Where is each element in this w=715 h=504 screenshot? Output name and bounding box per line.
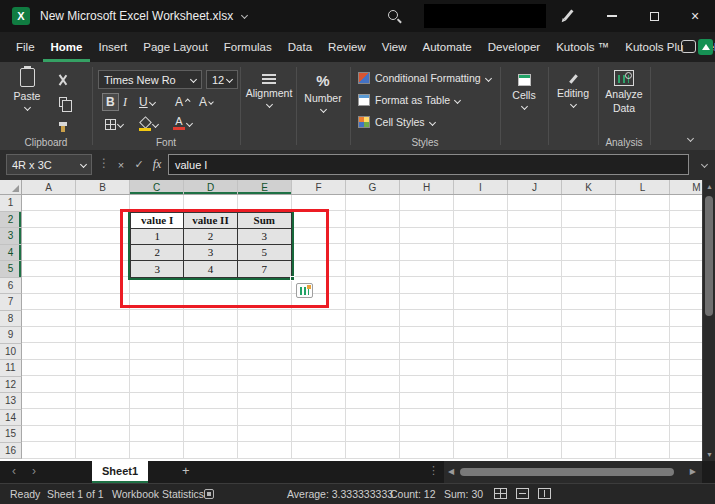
font-size-combobox[interactable]: 12 [206, 70, 238, 89]
macro-record-icon[interactable] [204, 489, 214, 499]
conditional-formatting-button[interactable]: Conditional Formatting [358, 72, 491, 84]
row-header-5[interactable]: 5 [0, 261, 22, 278]
name-box[interactable]: 4R x 3C [6, 154, 92, 175]
cell-C3[interactable]: 1 [131, 229, 184, 245]
row-header-9[interactable]: 9 [0, 327, 22, 344]
column-header-D[interactable]: D [184, 180, 238, 194]
cell-E5[interactable]: 7 [238, 261, 291, 277]
pen-icon[interactable] [563, 9, 573, 20]
next-sheet-button[interactable]: › [32, 464, 36, 478]
editing-button[interactable]: Editing [550, 74, 596, 107]
scroll-down-icon[interactable]: ▼ [706, 451, 713, 458]
row-header-16[interactable]: 16 [0, 443, 22, 460]
workbook-statistics-button[interactable]: Workbook Statistics [112, 488, 204, 500]
formula-bar-expand-chevron[interactable] [701, 161, 708, 168]
format-painter-button[interactable] [52, 114, 74, 133]
column-header-K[interactable]: K [562, 180, 616, 194]
row-header-7[interactable]: 7 [0, 294, 22, 311]
decrease-font-button[interactable]: A [196, 93, 216, 111]
row-header-1[interactable]: 1 [0, 195, 22, 212]
paste-button[interactable]: Paste [8, 68, 46, 110]
cell-E4[interactable]: 5 [238, 245, 291, 261]
vertical-scrollbar[interactable]: ▲ ▼ [702, 180, 715, 461]
column-header-B[interactable]: B [76, 180, 130, 194]
row-header-10[interactable]: 10 [0, 344, 22, 361]
share-button[interactable] [698, 39, 713, 55]
column-header-A[interactable]: A [22, 180, 76, 194]
font-name-combobox[interactable]: Times New Ro [98, 70, 202, 89]
maximize-button[interactable] [634, 0, 674, 32]
spreadsheet-grid[interactable]: value Ivalue IISum123235347 [22, 195, 702, 459]
row-header-15[interactable]: 15 [0, 426, 22, 443]
fill-color-button[interactable] [136, 115, 161, 133]
row-header-3[interactable]: 3 [0, 228, 22, 245]
tab-data[interactable]: Data [280, 32, 320, 62]
tab-home[interactable]: Home [43, 32, 91, 62]
tab-view[interactable]: View [374, 32, 415, 62]
scroll-left-icon[interactable]: ◀ [448, 467, 454, 476]
cell-C5[interactable]: 3 [131, 261, 184, 277]
comments-icon[interactable] [681, 40, 696, 53]
tab-review[interactable]: Review [320, 32, 374, 62]
cancel-button[interactable]: × [112, 154, 130, 175]
cell-C2[interactable]: value I [131, 213, 184, 229]
scroll-up-icon[interactable]: ▲ [706, 183, 713, 190]
horizontal-scrollbar-thumb[interactable] [460, 468, 674, 476]
borders-button[interactable] [102, 115, 126, 133]
close-button[interactable]: × [675, 0, 715, 32]
number-button[interactable]: % Number [299, 72, 347, 112]
bold-button[interactable]: B [102, 93, 119, 111]
tab-page-layout[interactable]: Page Layout [135, 32, 216, 62]
analyze-data-button[interactable]: Analyze Data [600, 70, 648, 114]
sheet-tab-sheet1[interactable]: Sheet1 [92, 461, 148, 483]
tab-developer[interactable]: Developer [480, 32, 548, 62]
row-header-4[interactable]: 4 [0, 245, 22, 262]
page-layout-view-icon[interactable] [516, 488, 529, 499]
cell-D3[interactable]: 2 [184, 229, 237, 245]
alignment-button[interactable]: Alignment [244, 74, 294, 107]
italic-button[interactable]: I [120, 93, 130, 111]
cell-D4[interactable]: 3 [184, 245, 237, 261]
title-chevron-icon[interactable] [241, 12, 248, 19]
cell-C4[interactable]: 2 [131, 245, 184, 261]
tab-insert[interactable]: Insert [90, 32, 135, 62]
tab-bar-dots[interactable]: ⋮ [428, 464, 439, 477]
select-all-corner[interactable] [0, 180, 22, 195]
search-icon[interactable] [388, 10, 398, 20]
tab-file[interactable]: File [8, 32, 43, 62]
tab-automate[interactable]: Automate [415, 32, 480, 62]
cell-E3[interactable]: 3 [238, 229, 291, 245]
enter-button[interactable]: ✓ [130, 154, 148, 175]
fill-handle[interactable] [290, 276, 295, 281]
cell-E2[interactable]: Sum [238, 213, 291, 229]
increase-font-button[interactable]: A [172, 93, 192, 111]
format-as-table-button[interactable]: Format as Table [358, 94, 460, 106]
scroll-right-icon[interactable]: ▶ [690, 467, 696, 476]
copy-button[interactable] [52, 92, 74, 111]
row-header-8[interactable]: 8 [0, 311, 22, 328]
formula-input[interactable]: value I [168, 154, 689, 175]
column-header-E[interactable]: E [238, 180, 292, 194]
cell-styles-button[interactable]: Cell Styles [358, 116, 435, 128]
cell-D2[interactable]: value II [184, 213, 237, 229]
font-color-button[interactable]: A [170, 114, 195, 132]
column-header-M[interactable]: M [670, 180, 702, 194]
row-header-2[interactable]: 2 [0, 212, 22, 229]
row-header-13[interactable]: 13 [0, 393, 22, 410]
column-header-L[interactable]: L [616, 180, 670, 194]
previous-sheet-button[interactable]: ‹ [12, 464, 16, 478]
page-break-preview-icon[interactable] [538, 488, 551, 499]
underline-button[interactable]: U [136, 93, 158, 111]
column-header-J[interactable]: J [508, 180, 562, 194]
quick-analysis-button[interactable] [296, 283, 313, 298]
ribbon-options-chevron[interactable] [687, 135, 694, 142]
horizontal-scrollbar[interactable]: ◀ ▶ [444, 461, 702, 483]
tab-kutools[interactable]: Kutools ™ [548, 32, 617, 62]
column-header-I[interactable]: I [454, 180, 508, 194]
drag-handle-dots[interactable]: ⋮ [98, 156, 110, 170]
vertical-scrollbar-thumb[interactable] [705, 196, 713, 316]
row-header-12[interactable]: 12 [0, 377, 22, 394]
minimize-button[interactable] [592, 0, 632, 32]
tab-formulas[interactable]: Formulas [216, 32, 280, 62]
add-sheet-button[interactable]: + [182, 463, 190, 478]
